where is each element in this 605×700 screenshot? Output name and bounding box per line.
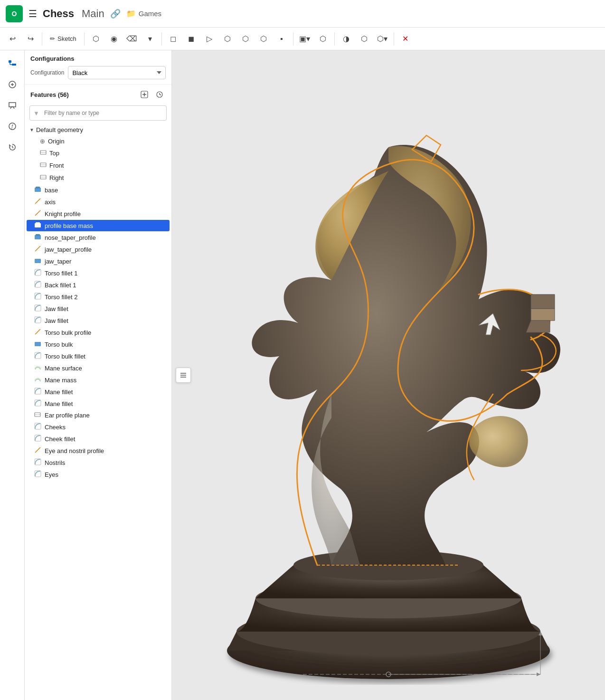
- app-title: Chess: [43, 8, 74, 20]
- tool-6[interactable]: ◼: [183, 30, 200, 47]
- variables-icon[interactable]: ƒ: [3, 117, 22, 136]
- history-icon[interactable]: [3, 138, 22, 157]
- search-input[interactable]: [29, 105, 167, 121]
- toolbar-separator-4: [293, 32, 293, 46]
- feature-cheeks[interactable]: Cheeks: [27, 421, 170, 433]
- sketch-icon-jaw-taper-profile: [33, 245, 42, 254]
- feature-list: ▼ Default geometry ⊕ Origin Top: [25, 124, 171, 700]
- tool-7[interactable]: ▷: [201, 30, 218, 47]
- feature-mane-mass[interactable]: Mane mass: [27, 374, 170, 386]
- feature-torso-bulk-profile[interactable]: Torso bulk profile: [27, 327, 170, 338]
- tool-9[interactable]: ⬡: [237, 30, 254, 47]
- tool-8[interactable]: ⬡: [219, 30, 236, 47]
- tool-2[interactable]: ◉: [105, 30, 123, 47]
- mane-surface-label: Mane surface: [45, 365, 82, 372]
- top-bar: O ☰ Chess Main 🔗 📁 Games: [0, 0, 605, 28]
- tool-13[interactable]: ⬡: [314, 30, 331, 47]
- default-geometry-header[interactable]: ▼ Default geometry: [25, 124, 171, 135]
- tool-12-dropdown[interactable]: ▣▾: [296, 30, 313, 47]
- base-label: base: [45, 187, 58, 194]
- link-icon[interactable]: 🔗: [110, 9, 121, 19]
- add-feature-button[interactable]: [138, 88, 151, 101]
- feature-cheek-fillet[interactable]: Cheek fillet: [27, 433, 170, 445]
- toolbar-separator-1: [42, 32, 42, 46]
- feature-axis[interactable]: axis: [27, 196, 170, 208]
- pencil-icon: ✏: [50, 35, 55, 42]
- tree-item-front[interactable]: Front: [27, 160, 170, 171]
- feature-torso-bulk-fillet[interactable]: Torso bulk fillet: [27, 350, 170, 362]
- feature-nose-taper-profile[interactable]: nose_taper_profile: [27, 232, 170, 243]
- svg-rect-2: [12, 64, 16, 66]
- tool-10[interactable]: ⬡: [255, 30, 272, 47]
- cheek-fillet-label: Cheek fillet: [45, 435, 75, 443]
- viewport[interactable]: [172, 50, 605, 700]
- svg-rect-39: [35, 342, 41, 346]
- feature-jaw-fillet-2[interactable]: Jaw fillet: [27, 315, 170, 326]
- solid-icon-base: [33, 186, 42, 194]
- feature-torso-bulk[interactable]: Torso bulk: [27, 339, 170, 350]
- tool-3[interactable]: ⌫: [123, 30, 141, 47]
- svg-text:ƒ: ƒ: [11, 124, 14, 129]
- profile-base-mass-label: profile base mass: [45, 222, 93, 229]
- tool-5[interactable]: ◻: [165, 30, 182, 47]
- menu-icon[interactable]: ☰: [28, 8, 37, 19]
- tree-item-top[interactable]: Top: [27, 147, 170, 159]
- main-layout: ƒ Configurations Configuration Black Whi…: [0, 50, 605, 700]
- tool-16-dropdown[interactable]: ⬡▾: [374, 30, 391, 47]
- feature-torso-fillet-1[interactable]: Torso fillet 1: [27, 267, 170, 279]
- feature-torso-fillet-2[interactable]: Torso fillet 2: [27, 291, 170, 303]
- feature-back-fillet-1[interactable]: Back fillet 1: [27, 279, 170, 291]
- feature-base[interactable]: base: [27, 184, 170, 196]
- feature-mane-fillet-2[interactable]: Mane fillet: [27, 398, 170, 409]
- toolbar-separator-2: [84, 32, 85, 46]
- config-section: Configurations Configuration Black White: [25, 50, 171, 85]
- feature-nostrils[interactable]: Nostrils: [27, 457, 170, 468]
- folder-name: Games: [139, 9, 161, 18]
- config-row: Configuration Black White: [30, 66, 166, 79]
- toggle-panel-button[interactable]: [176, 368, 191, 383]
- svg-rect-0: [9, 60, 11, 63]
- sketch-icon-torso-bulk-profile: [33, 328, 42, 337]
- tree-item-right[interactable]: Right: [27, 172, 170, 184]
- toolbar-separator-6: [394, 32, 394, 46]
- right-label: Right: [49, 174, 64, 181]
- svg-line-26: [35, 210, 40, 216]
- eye-nostril-profile-label: Eye and nostril profile: [45, 447, 104, 454]
- tool-15[interactable]: ⬡: [356, 30, 373, 47]
- feature-ear-profile-plane[interactable]: Ear profile plane: [27, 410, 170, 421]
- comment-icon[interactable]: [3, 96, 22, 115]
- logo-area: O ☰: [6, 5, 37, 22]
- undo-button[interactable]: ↩: [4, 30, 21, 47]
- tool-11[interactable]: ▪: [273, 30, 290, 47]
- add-icon[interactable]: [3, 75, 22, 94]
- feature-tree-icon[interactable]: [3, 54, 22, 73]
- feature-jaw-taper[interactable]: jaw_taper: [27, 255, 170, 267]
- redo-button[interactable]: ↪: [22, 30, 39, 47]
- sketch-button[interactable]: ✏ Sketch: [45, 30, 81, 47]
- fillet-icon-torso-2: [33, 293, 42, 301]
- svg-line-25: [35, 199, 40, 204]
- feature-eyes[interactable]: Eyes: [27, 469, 170, 480]
- svg-line-38: [35, 329, 40, 334]
- tool-4-dropdown[interactable]: ▾: [142, 30, 159, 47]
- chess-scene: [172, 50, 605, 700]
- svg-line-16: [160, 95, 161, 95]
- toolbar: ↩ ↪ ✏ Sketch ⬡ ◉ ⌫ ▾ ◻ ◼ ▷ ⬡ ⬡ ⬡ ▪ ▣▾ ⬡ …: [0, 28, 605, 50]
- feature-knight-profile[interactable]: Knight profile: [27, 208, 170, 219]
- config-select[interactable]: Black White: [68, 66, 166, 79]
- tool-close[interactable]: ✕: [397, 30, 414, 47]
- feature-panel: Configurations Configuration Black White…: [25, 50, 172, 700]
- clock-button[interactable]: [153, 88, 166, 101]
- eyes-label: Eyes: [45, 471, 58, 478]
- feature-jaw-taper-profile[interactable]: jaw_taper_profile: [27, 244, 170, 255]
- tool-14[interactable]: ◑: [338, 30, 355, 47]
- chevron-down-icon: ▼: [29, 127, 34, 132]
- feature-jaw-fillet-1[interactable]: Jaw fillet: [27, 303, 170, 314]
- feature-mane-surface[interactable]: Mane surface: [27, 362, 170, 374]
- tree-item-origin[interactable]: ⊕ Origin: [27, 136, 170, 147]
- feature-eye-nostril-profile[interactable]: Eye and nostril profile: [27, 445, 170, 456]
- feature-mane-fillet-1[interactable]: Mane fillet: [27, 386, 170, 397]
- origin-label: Origin: [48, 138, 65, 145]
- feature-profile-base-mass[interactable]: profile base mass: [27, 220, 170, 231]
- tool-1[interactable]: ⬡: [87, 30, 104, 47]
